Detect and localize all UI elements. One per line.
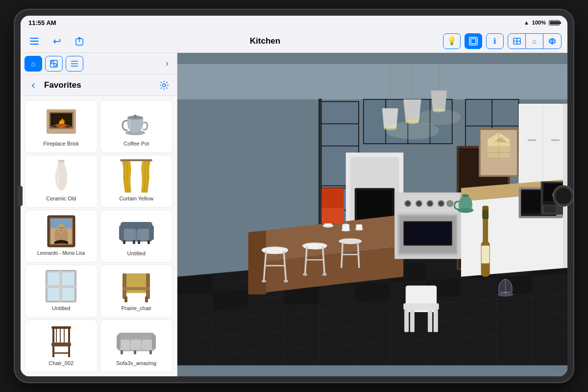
svg-rect-26 [120,159,152,161]
svg-rect-65 [51,343,71,346]
svg-point-33 [59,227,60,228]
view-group: ⌂ [508,33,562,49]
prairie-chair-image [117,269,156,303]
3d-view-btn[interactable] [465,33,482,49]
svg-rect-219 [403,303,439,310]
svg-rect-222 [410,310,415,332]
main-content: ⌂ › [21,53,567,376]
item-mona-lisa[interactable]: Leonardo - Mona Lisa [24,210,98,263]
untitled-window-image [42,269,81,303]
ceramic-old-label: Ceramic Old [46,196,76,202]
svg-rect-49 [62,287,74,301]
nav-right: 💡 ℹ [443,33,562,49]
svg-rect-73 [142,340,152,350]
untitled-window-label: Untitled [52,305,70,312]
3d-box-btn[interactable] [543,34,561,49]
item-untitled-window[interactable]: Untitled [24,265,98,318]
info-btn[interactable]: ℹ [486,33,504,49]
svg-marker-98 [177,275,213,294]
svg-rect-223 [428,310,432,332]
item-prairie-chair[interactable]: Prairie_chair [100,265,173,318]
svg-rect-51 [46,285,76,288]
undo-icon[interactable]: ↩ [49,33,65,49]
device-frame: 11:55 AM ▲ 100% ↩ [15,10,573,382]
camera-button [18,186,23,206]
svg-rect-62 [60,328,61,343]
item-fireplace-brick[interactable]: Fireplace Brick [24,100,98,153]
svg-rect-46 [48,272,60,286]
item-sofa3x[interactable]: Sofa3x_amazing [100,319,173,372]
battery-label: 100% [532,20,546,25]
svg-point-182 [439,201,443,206]
svg-rect-74 [117,335,121,349]
svg-rect-75 [152,335,156,349]
curtain-yellow-image [117,159,156,194]
svg-point-32 [57,224,65,233]
kitchen-3d-view [177,53,567,376]
light-icon[interactable]: 💡 [443,33,461,49]
svg-marker-106 [355,282,390,301]
ceramic-old-image [42,159,81,194]
svg-point-16 [163,84,166,87]
svg-rect-40 [149,225,154,240]
sidebar-home-tab[interactable]: ⌂ [24,56,42,72]
share-icon[interactable] [72,33,87,49]
svg-rect-2 [30,44,39,45]
chair-002-label: Chair_002 [49,360,74,367]
svg-point-25 [58,160,65,162]
svg-rect-53 [124,273,148,285]
sidebar-expand-btn[interactable]: › [161,58,173,70]
prairie-chair-label: Prairie_chair [121,305,151,312]
chair-002-image [42,324,81,358]
svg-rect-55 [146,273,150,299]
untitled-sofa-image [117,214,156,248]
window-view-btn[interactable] [508,34,526,49]
svg-point-179 [406,201,410,206]
favorites-title: Favorites [44,80,153,90]
svg-rect-225 [321,188,343,208]
svg-rect-63 [64,328,65,343]
item-curtain-yellow[interactable]: Curtain Yellow [100,155,173,208]
svg-rect-68 [53,352,69,354]
status-icons: ▲ 100% [524,20,560,25]
home-button[interactable] [553,185,574,207]
svg-rect-44 [147,240,150,244]
battery-icon [549,20,560,25]
mona-lisa-image [42,214,81,248]
sofa3x-label: Sofa3x_amazing [116,360,156,367]
coffee-pot-label: Coffee Pot [123,141,149,147]
favorites-settings-btn[interactable] [157,78,171,92]
house-view-btn[interactable]: ⌂ [526,34,543,49]
item-coffee-pot[interactable]: Coffee Pot [100,100,173,153]
menu-icon[interactable] [26,33,42,49]
svg-rect-38 [137,229,151,240]
item-ceramic-old[interactable]: Ceramic Old [24,155,98,208]
sidebar-objects-tab[interactable] [45,56,63,72]
fireplace-brick-label: Fireplace Brick [43,141,79,147]
svg-point-148 [284,280,288,282]
svg-rect-39 [119,225,124,240]
svg-rect-64 [51,326,71,329]
svg-rect-6 [471,39,476,44]
item-untitled-sofa[interactable]: Untitled [100,210,173,263]
svg-rect-43 [138,240,140,244]
item-chair-002[interactable]: Chair_002 [24,319,98,372]
untitled-label: Untitled [127,250,146,257]
svg-point-181 [428,201,432,206]
svg-rect-61 [56,328,57,343]
svg-point-178 [446,200,453,207]
svg-marker-104 [213,289,248,310]
svg-point-164 [342,224,349,226]
svg-rect-48 [48,287,60,301]
sidebar-toolbar: ⌂ › [21,53,177,74]
nav-left: ↩ [26,33,87,49]
svg-rect-11 [51,61,54,64]
back-button[interactable]: ‹ [26,78,40,92]
svg-point-226 [458,208,474,213]
svg-rect-221 [434,310,438,332]
sofa3x-image [117,324,156,358]
svg-marker-129 [431,91,447,111]
sidebar-list-tab[interactable] [66,56,83,72]
items-grid: Fireplace Brick [21,96,177,376]
svg-point-155 [322,273,327,275]
